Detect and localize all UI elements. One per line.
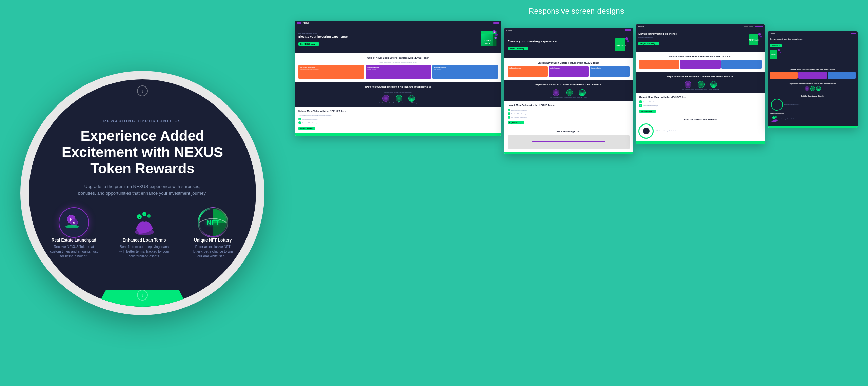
real-estate-desc: Receive NEXUS Tokens at custom times and… bbox=[49, 245, 99, 259]
screen-4-hero: Elevate your investing experience. Buy N… bbox=[768, 35, 858, 66]
screen-1-unlock: Unlock More Value with the NEXUS Token T… bbox=[295, 107, 501, 133]
stability-desc: Built with institutional-grade infrastru… bbox=[656, 130, 762, 132]
s2-feat-text-3: VIP Access & Notifications bbox=[511, 117, 527, 118]
svg-point-35 bbox=[772, 116, 775, 119]
real-estate-icon: N N bbox=[59, 207, 89, 238]
screen-4-stab-content: Institutional-grade infrastructure... bbox=[770, 99, 856, 111]
s2-nav-2 bbox=[613, 30, 617, 30]
card-blue: Alternative Staking Stake differently... bbox=[432, 65, 498, 79]
screen-1-hero-text: Buy NEXUS token today Elevate your inves… bbox=[298, 32, 477, 46]
nav-arrow-up[interactable]: ↓ bbox=[137, 85, 148, 96]
screen-2-features-list: ✓ Discounted Fee Structure ✓ Boosted APY… bbox=[508, 109, 630, 119]
svg-text:TOKEN: TOKEN bbox=[484, 39, 491, 42]
screen-2-nav: N NEXUS bbox=[504, 28, 633, 32]
screen-3-btn[interactable]: Buy NEXUS today → bbox=[638, 42, 659, 45]
screen-2-btn[interactable]: Buy NEXUS today → bbox=[508, 47, 528, 50]
card-orange-desc: Access exclusive real estate opportuniti… bbox=[300, 69, 363, 70]
card-blue-desc: Stake differently... bbox=[434, 69, 497, 70]
s4-token-svg: TOKEN bbox=[770, 49, 782, 62]
screen-4-btn[interactable]: Buy NEXUS → bbox=[770, 44, 782, 47]
screens-container: NEXUS Buy NEXUS token today Elevate your… bbox=[285, 21, 868, 386]
rewards-desc: Upgrade to the premium NEXUS experience.… bbox=[298, 91, 498, 93]
hero-btn[interactable]: Buy NEXUS today → bbox=[298, 42, 319, 46]
green-accent-1 bbox=[295, 133, 501, 136]
screen-1-features: Unlock Never Seen Before Features with N… bbox=[295, 53, 501, 82]
s4-i1 bbox=[805, 86, 809, 91]
real-estate-label: Real Estate Launchpad bbox=[52, 238, 96, 243]
real-estate-icon-item: N N Real Estate Launchpad Receive NEXUS … bbox=[49, 207, 99, 259]
screen-3-rewards-title: Experience Added Excitement with NEXUS T… bbox=[639, 75, 761, 78]
token-sale-visual: TOKEN SALE N bbox=[479, 30, 498, 49]
loan-desc: Benefit from auto-repaying loans with be… bbox=[119, 245, 170, 259]
screen-2-hero-title: Elevate your investing experience. bbox=[508, 40, 612, 43]
reward-circle-1 bbox=[382, 95, 389, 102]
screen-3-features: Unlock Never Seen Before Features with N… bbox=[636, 52, 765, 72]
screen-2: N NEXUS Elevate your investing experienc… bbox=[504, 28, 633, 154]
screen-3-icons: Real Estate Launchpad Enhanced Loan Term… bbox=[639, 81, 761, 90]
s3-c3 bbox=[721, 60, 762, 69]
s2-feat-text-1: Discounted Fee Structure bbox=[511, 109, 527, 111]
unlock-btn[interactable]: Buy NEXUS today → bbox=[298, 127, 315, 130]
s4-i2 bbox=[810, 86, 815, 91]
circle-subtitle: Upgrade to the premium NEXUS experience … bbox=[78, 183, 207, 197]
screen-4-stability-title: Built for Growth and Stability bbox=[770, 95, 856, 97]
check-1: ✓ bbox=[298, 118, 301, 120]
screen-4: N NEXUS Elevate your investing experienc… bbox=[768, 31, 858, 128]
s4-c3 bbox=[828, 72, 856, 79]
nav-cta-btn bbox=[493, 22, 499, 24]
s4-i3 bbox=[816, 86, 821, 91]
screen-1: NEXUS Buy NEXUS token today Elevate your… bbox=[295, 21, 501, 136]
svg-point-30 bbox=[760, 36, 762, 38]
s2-feat-text-2: Boosted APY on Savings bbox=[511, 113, 526, 115]
rewards-title: Experience Added Excitement with NEXUS T… bbox=[298, 85, 498, 88]
s4-token: TOKEN bbox=[770, 49, 856, 63]
s2-unlock-btn[interactable]: Buy NEXUS today → bbox=[508, 121, 524, 124]
screen-3: N NEXUS Elevate your investing experienc… bbox=[636, 24, 765, 144]
circle-eyebrow: REWARDING OPPORTUNITIES bbox=[49, 119, 236, 123]
screen-2-features: Unlock Never Seen Before Features with N… bbox=[504, 58, 633, 80]
screen-4-icons bbox=[770, 86, 856, 91]
s3-nav-btn bbox=[755, 26, 763, 27]
token-box-svg: TOKEN SALE N bbox=[479, 28, 498, 50]
unlock-features: ✓ Discounted Fee Structure ✓ Boosted APY… bbox=[298, 118, 498, 124]
screen-3-nav-links bbox=[744, 26, 753, 27]
nft-label: Unique NFT Lottery bbox=[194, 238, 232, 243]
s3-c-3 bbox=[710, 81, 717, 88]
screen-3-hero: Elevate your investing experience. Buy N… bbox=[636, 28, 765, 52]
card-orange: Real Estate Launchpad Access exclusive r… bbox=[298, 65, 364, 79]
unlock-title: Unlock More Value with the NEXUS Token bbox=[298, 110, 498, 113]
s3-c2 bbox=[680, 60, 721, 69]
screen-3-sub: Buy NEXUS token today bbox=[638, 37, 746, 38]
coin-svg: N N bbox=[64, 212, 84, 233]
s3-unlock-btn[interactable]: Buy NEXUS today → bbox=[639, 110, 656, 113]
screen-4-feat-title: Unlock Never Seen Before Features with N… bbox=[770, 68, 856, 71]
s2-icon-2: Enhanced Loan Terms bbox=[564, 89, 575, 98]
svg-text:TOKEN: TOKEN bbox=[771, 54, 776, 56]
svg-point-21 bbox=[495, 34, 498, 36]
s2-card-2: Lending Privileges bbox=[549, 66, 589, 77]
svg-text:SALE: SALE bbox=[484, 42, 490, 45]
screen-2-logo: N NEXUS bbox=[506, 29, 512, 31]
stability-chart bbox=[638, 123, 654, 139]
section-title: Responsive screen designs bbox=[285, 0, 868, 21]
s4-enhanced-label: Enhanced Loan Terms bbox=[770, 113, 856, 114]
nav-arrow-down[interactable]: ↓ bbox=[137, 290, 148, 301]
s4-hand-svg bbox=[770, 115, 780, 123]
hand-svg: ● ● bbox=[129, 210, 160, 235]
s3-f1: ✓ Discounted Fee Structure bbox=[639, 100, 761, 103]
reward-circle-3 bbox=[408, 95, 415, 102]
s3-l-1: Real Estate Launchpad bbox=[682, 89, 694, 90]
s2-circle-1 bbox=[553, 89, 559, 96]
s2-card-3: Alternative Staking bbox=[590, 66, 630, 77]
s3-c-1 bbox=[685, 81, 691, 88]
screen-2-token: TOKEN SALE bbox=[614, 37, 630, 54]
circle-content: REWARDING OPPORTUNITIES Experience Added… bbox=[29, 112, 256, 274]
screen-1-nav-links bbox=[471, 23, 491, 23]
s3-l-2: Enhanced Loan Terms bbox=[695, 89, 707, 90]
svg-point-25 bbox=[625, 37, 628, 40]
s2-nav-1 bbox=[608, 30, 612, 30]
screen-4-cards bbox=[770, 72, 856, 79]
screen-3-hero-text: Elevate your investing experience. Buy N… bbox=[638, 33, 746, 48]
svg-point-4 bbox=[65, 225, 79, 228]
s4-nav-btn bbox=[851, 33, 856, 34]
